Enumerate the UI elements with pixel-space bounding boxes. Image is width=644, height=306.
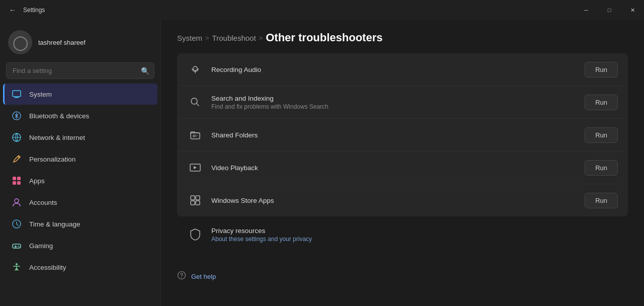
breadcrumb-current: Other troubleshooters: [266, 31, 382, 44]
run-shared-folders-button[interactable]: Run: [585, 127, 618, 143]
svg-rect-21: [196, 196, 200, 200]
system-icon: [11, 89, 22, 100]
svg-point-9: [15, 199, 19, 203]
sidebar-item-accounts-label: Accounts: [29, 199, 57, 206]
ts-item-recording-audio-text: Recording Audio: [211, 66, 261, 73]
minimize-button[interactable]: ─: [575, 0, 598, 20]
close-button[interactable]: ✕: [621, 0, 644, 20]
username: tashreef shareef: [38, 39, 86, 46]
sidebar-item-personalization-label: Personalization: [29, 156, 75, 163]
title-bar: ← Settings ─ □ ✕: [0, 0, 644, 20]
privacy-text: Privacy resources About these settings a…: [211, 227, 312, 243]
svg-rect-7: [13, 181, 16, 185]
shared-folders-icon: [187, 127, 203, 143]
run-windows-store-button[interactable]: Run: [585, 193, 618, 208]
app-body: ◯ tashreef shareef 🔍 System: [0, 20, 644, 306]
accounts-icon: [11, 197, 22, 208]
ts-item-video-playback-left: Video Playback: [187, 160, 258, 176]
breadcrumb-troubleshoot[interactable]: Troubleshoot: [212, 34, 256, 42]
ts-item-recording-audio-title: Recording Audio: [211, 66, 261, 73]
ts-item-recording-audio: Recording Audio Run: [177, 53, 628, 86]
svg-rect-22: [191, 201, 195, 205]
ts-item-windows-store: Windows Store Apps Run: [177, 184, 628, 216]
user-section: ◯ tashreef shareef: [0, 20, 160, 62]
sidebar-item-accessibility-label: Accessibility: [29, 264, 66, 271]
avatar-icon: ◯: [13, 34, 28, 51]
ts-item-shared-folders: Shared Folders Run: [177, 119, 628, 151]
ts-item-recording-audio-left: Recording Audio: [187, 61, 261, 78]
sidebar-item-accessibility[interactable]: Accessibility: [3, 257, 157, 278]
ts-item-windows-store-text: Windows Store Apps: [211, 197, 274, 204]
recording-audio-icon: [187, 61, 203, 78]
title-bar-left: ← Settings: [6, 4, 45, 16]
apps-icon: [11, 175, 22, 186]
ts-item-shared-folders-title: Shared Folders: [211, 131, 258, 139]
time-icon: [11, 218, 22, 230]
search-box: 🔍: [6, 62, 154, 79]
network-icon: [11, 132, 22, 143]
maximize-button[interactable]: □: [598, 0, 621, 20]
svg-rect-20: [191, 196, 195, 200]
sidebar-nav: System Bluetooth & devices: [0, 83, 160, 278]
svg-point-16: [191, 98, 197, 104]
bluetooth-icon: [11, 110, 22, 121]
ts-item-shared-folders-text: Shared Folders: [211, 131, 258, 139]
privacy-desc[interactable]: About these settings and your privacy: [211, 236, 312, 243]
windows-store-icon: [187, 192, 203, 208]
troubleshooter-list: Recording Audio Run Search and Indexing: [161, 53, 644, 267]
ts-item-video-playback-text: Video Playback: [211, 164, 258, 172]
svg-rect-23: [196, 201, 200, 205]
sidebar-item-bluetooth-label: Bluetooth & devices: [29, 112, 89, 120]
sidebar-item-apps[interactable]: Apps: [3, 170, 157, 191]
sidebar-item-apps-label: Apps: [29, 177, 45, 185]
sidebar-item-time[interactable]: Time & language: [3, 213, 157, 235]
sidebar-item-gaming[interactable]: Gaming: [3, 235, 157, 256]
search-input[interactable]: [6, 62, 154, 79]
ts-item-video-playback: Video Playback Run: [177, 151, 628, 184]
video-playback-icon: [187, 160, 203, 176]
run-video-playback-button[interactable]: Run: [585, 160, 618, 176]
ts-item-search-indexing-desc: Find and fix problems with Windows Searc…: [211, 103, 329, 110]
sidebar-item-time-label: Time & language: [29, 220, 80, 228]
sidebar-item-system[interactable]: System: [3, 84, 157, 105]
personalization-icon: [11, 154, 22, 165]
app-title: Settings: [23, 7, 45, 14]
svg-rect-0: [13, 91, 21, 97]
gaming-icon: [11, 240, 22, 251]
svg-rect-5: [13, 177, 16, 180]
sidebar-item-personalization[interactable]: Personalization: [3, 148, 157, 170]
privacy-title: Privacy resources: [211, 227, 312, 235]
ts-item-video-playback-title: Video Playback: [211, 164, 258, 172]
accessibility-icon: [11, 262, 22, 273]
breadcrumb-sep-2: >: [259, 34, 263, 42]
get-help-link[interactable]: Get help: [191, 273, 216, 280]
ts-item-windows-store-title: Windows Store Apps: [211, 197, 274, 204]
sidebar-item-bluetooth[interactable]: Bluetooth & devices: [3, 105, 157, 126]
back-button[interactable]: ←: [6, 4, 19, 16]
ts-item-search-indexing-left: Search and Indexing Find and fix problem…: [187, 94, 329, 110]
sidebar-item-accounts[interactable]: Accounts: [3, 192, 157, 213]
svg-point-12: [18, 246, 19, 247]
svg-point-13: [19, 247, 20, 248]
breadcrumb: System > Troubleshoot > Other troublesho…: [161, 20, 644, 53]
svg-point-15: [193, 66, 197, 70]
window-controls: ─ □ ✕: [575, 0, 644, 20]
sidebar-item-network[interactable]: Network & internet: [3, 127, 157, 148]
search-indexing-icon: [187, 94, 203, 110]
search-icon: 🔍: [141, 67, 149, 75]
privacy-resources-row: Privacy resources About these settings a…: [177, 218, 628, 251]
ts-item-windows-store-left: Windows Store Apps: [187, 192, 274, 208]
breadcrumb-sep-1: >: [205, 34, 209, 42]
svg-rect-6: [17, 177, 21, 180]
ts-item-shared-folders-left: Shared Folders: [187, 127, 258, 143]
breadcrumb-system[interactable]: System: [177, 34, 202, 42]
ts-item-search-indexing-title: Search and Indexing: [211, 95, 329, 102]
run-recording-audio-button[interactable]: Run: [585, 62, 618, 78]
sidebar-item-system-label: System: [29, 91, 52, 98]
sidebar-item-network-label: Network & internet: [29, 134, 85, 141]
sidebar-item-gaming-label: Gaming: [29, 242, 53, 250]
svg-rect-8: [17, 181, 21, 185]
svg-rect-1: [15, 97, 19, 98]
ts-item-search-indexing: Search and Indexing Find and fix problem…: [177, 86, 628, 119]
run-search-indexing-button[interactable]: Run: [585, 95, 618, 110]
